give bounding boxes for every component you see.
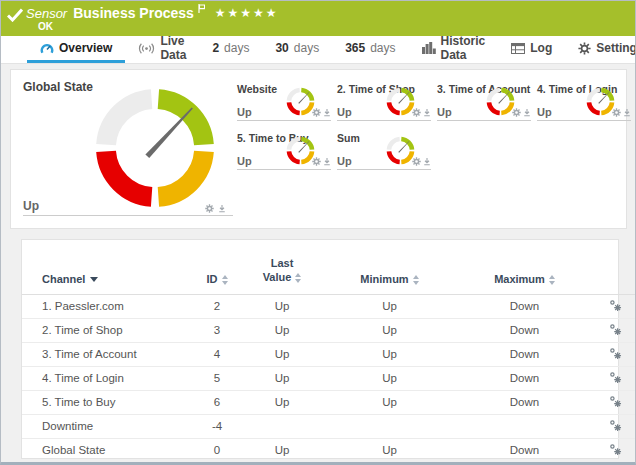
- column-header-channel[interactable]: Channel: [22, 240, 192, 294]
- gear-icon[interactable]: [612, 108, 621, 117]
- table-row[interactable]: 1. Paessler.com 2 Up Up Down: [22, 294, 636, 318]
- gear-icon[interactable]: [312, 157, 321, 166]
- divider: [337, 120, 431, 121]
- pin-icon[interactable]: [423, 157, 431, 166]
- log-icon: [511, 43, 525, 54]
- gear-icon[interactable]: [312, 108, 321, 117]
- priority-flag-icon[interactable]: [198, 4, 205, 13]
- gauge-cell-label: Website: [237, 83, 277, 95]
- maximum-value: Down: [457, 294, 592, 318]
- tab-settings-label: Settings: [596, 41, 636, 55]
- table-row[interactable]: Downtime -4: [22, 414, 636, 438]
- tab-settings[interactable]: Settings: [565, 36, 636, 63]
- gauge-cell-label: Sum: [337, 132, 360, 144]
- sort-icon: [549, 275, 555, 285]
- minimum-value: Up: [322, 366, 457, 390]
- gear-icon[interactable]: [512, 108, 521, 117]
- column-header-maximum[interactable]: Maximum: [457, 240, 592, 294]
- tab-2-days[interactable]: 2 days: [199, 36, 262, 63]
- status-badge: OK: [38, 21, 53, 32]
- gauge-cell-time-of-account[interactable]: 3. Time of Account Up: [437, 83, 531, 132]
- global-state-actions: [205, 204, 226, 213]
- minimum-value: Up: [322, 438, 457, 462]
- channel-name[interactable]: 4. Time of Login: [22, 366, 192, 390]
- maximum-value: Down: [457, 366, 592, 390]
- pin-icon[interactable]: [218, 204, 226, 213]
- gauges-panel: Global State Up Website Up 2. Time of Sh…: [10, 69, 627, 229]
- column-header-id[interactable]: ID: [192, 240, 242, 294]
- tab-overview[interactable]: Overview: [27, 36, 125, 63]
- channel-id: 3: [192, 318, 242, 342]
- channel-settings-icon[interactable]: [609, 419, 622, 432]
- table-row[interactable]: 5. Time to Buy 6 Up Up Down: [22, 390, 636, 414]
- channel-name[interactable]: 2. Time of Shop: [22, 318, 192, 342]
- channel-name[interactable]: Global State: [22, 438, 192, 462]
- sensor-kind-label: Sensor: [26, 6, 67, 21]
- table-header-row: Channel ID Last Value Minimum Maximum: [22, 240, 636, 294]
- maximum-value: Down: [457, 342, 592, 366]
- divider: [23, 215, 233, 216]
- table-row[interactable]: 2. Time of Shop 3 Up Up Down: [22, 318, 636, 342]
- global-state-gauge: [89, 82, 221, 214]
- channel-settings-icon[interactable]: [609, 323, 622, 336]
- channel-name[interactable]: 3. Time of Account: [22, 342, 192, 366]
- divider: [237, 120, 331, 121]
- gauge-cell-sum[interactable]: Sum Up: [337, 132, 431, 181]
- sensor-name[interactable]: Business Process: [73, 5, 194, 21]
- gauge-cell-website[interactable]: Website Up: [237, 83, 331, 132]
- sort-icon: [222, 275, 228, 285]
- tab-log[interactable]: Log: [498, 36, 565, 63]
- channel-settings-icon[interactable]: [609, 347, 622, 360]
- sort-desc-icon: [90, 277, 98, 282]
- tab-30-days-number: 30: [275, 41, 288, 55]
- tab-historic-data-label: Historic Data: [441, 34, 486, 62]
- gear-icon[interactable]: [412, 157, 421, 166]
- last-value: Up: [242, 342, 322, 366]
- sort-icon: [295, 273, 301, 283]
- gear-icon: [578, 42, 591, 55]
- tab-live-data[interactable]: Live Data: [125, 36, 199, 63]
- tab-overview-label: Overview: [59, 41, 112, 55]
- tab-365-days[interactable]: 365 days: [332, 36, 408, 63]
- channel-name[interactable]: 5. Time to Buy: [22, 390, 192, 414]
- column-header-actions: [592, 240, 636, 294]
- channel-name[interactable]: 1. Paessler.com: [22, 294, 192, 318]
- table-row[interactable]: Global State 0 Up Up Down: [22, 438, 636, 462]
- tab-30-days-unit: days: [294, 41, 319, 55]
- column-header-last-value[interactable]: Last Value: [242, 240, 322, 294]
- gauge-cell-label: 3. Time of Account: [437, 83, 530, 95]
- pin-icon[interactable]: [423, 108, 431, 117]
- pin-icon[interactable]: [323, 108, 331, 117]
- minimum-value: Up: [322, 294, 457, 318]
- pin-icon[interactable]: [623, 108, 631, 117]
- last-value: Up: [242, 390, 322, 414]
- table-row[interactable]: 3. Time of Account 4 Up Up Down: [22, 342, 636, 366]
- divider: [437, 120, 531, 121]
- tab-historic-data[interactable]: Historic Data: [409, 36, 499, 63]
- bar-chart-icon: [422, 42, 436, 54]
- channel-name[interactable]: Downtime: [22, 414, 192, 438]
- pin-icon[interactable]: [323, 157, 331, 166]
- column-header-label: Channel: [42, 273, 85, 285]
- column-header-label: Last Value: [263, 257, 294, 283]
- gauge-cell-time-to-buy[interactable]: 5. Time to Buy Up: [237, 132, 331, 181]
- tab-30-days[interactable]: 30 days: [262, 36, 332, 63]
- gauge-cell-time-of-login[interactable]: 4. Time of Login Up: [537, 83, 631, 132]
- gear-icon[interactable]: [412, 108, 421, 117]
- channel-settings-icon[interactable]: [609, 371, 622, 384]
- gauge-cell-value: Up: [237, 155, 252, 167]
- pin-icon[interactable]: [523, 108, 531, 117]
- gauge-cell-value: Up: [237, 106, 252, 118]
- channel-settings-icon[interactable]: [609, 299, 622, 312]
- gauge-icon: [40, 42, 54, 55]
- gauge-cell-value: Up: [537, 106, 552, 118]
- channel-id: 5: [192, 366, 242, 390]
- tab-365-days-number: 365: [345, 41, 365, 55]
- column-header-minimum[interactable]: Minimum: [322, 240, 457, 294]
- channel-settings-icon[interactable]: [609, 395, 622, 408]
- table-row[interactable]: 4. Time of Login 5 Up Up Down: [22, 366, 636, 390]
- priority-stars[interactable]: ★★★★★: [215, 6, 279, 20]
- channel-settings-icon[interactable]: [609, 443, 622, 456]
- gear-icon[interactable]: [205, 204, 214, 213]
- gauge-cell-time-of-shop[interactable]: 2. Time of Shop Up: [337, 83, 431, 132]
